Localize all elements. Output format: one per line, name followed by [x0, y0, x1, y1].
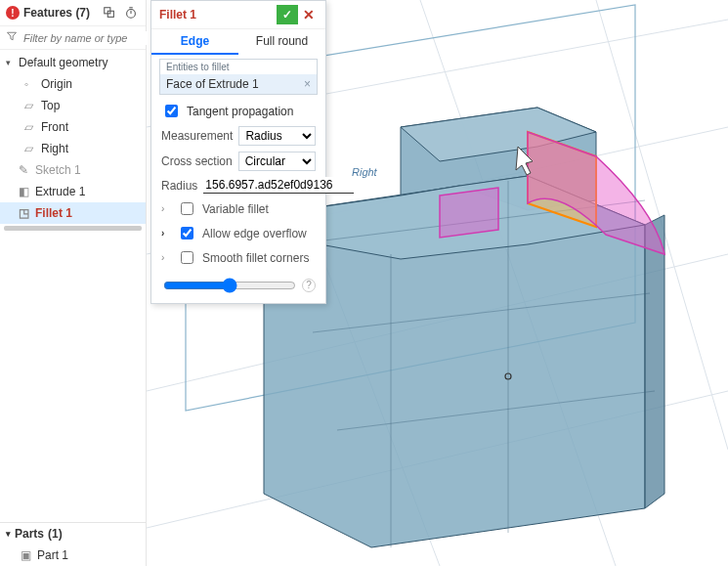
smooth-corners-checkbox[interactable]	[181, 251, 193, 264]
tree-extrude1[interactable]: ◧ Extrude 1	[0, 181, 146, 202]
plane-icon: ▱	[24, 118, 38, 136]
rollback-bar[interactable]	[4, 226, 142, 231]
sketch-icon: ✎	[19, 161, 32, 179]
chevron-right-icon: ›	[161, 252, 171, 263]
cross-section-label: Cross section	[161, 154, 233, 168]
opacity-slider[interactable]	[163, 278, 296, 293]
part-icon: ▣	[21, 546, 34, 564]
stopwatch-icon[interactable]	[122, 4, 140, 22]
entities-selection-box[interactable]: Entities to fillet Face of Extrude 1 ×	[159, 59, 318, 95]
tree-label: Right	[41, 140, 68, 157]
allow-overflow-label: Allow edge overflow	[202, 227, 307, 240]
features-count: (7)	[75, 6, 90, 20]
tree-label: Part 1	[37, 546, 68, 564]
tree-label: Front	[41, 118, 68, 136]
dialog-tabs: Edge Full round	[151, 28, 325, 55]
viewport-label-right: Right	[352, 166, 377, 178]
features-title: Features	[23, 6, 72, 20]
confirm-button[interactable]: ✓	[277, 5, 298, 24]
tree-top[interactable]: ▱ Top	[0, 95, 146, 116]
dialog-header: Fillet 1 ✓ ✕	[151, 1, 325, 28]
plane-icon: ▱	[24, 140, 38, 157]
tree-sketch1[interactable]: ✎ Sketch 1	[0, 159, 146, 181]
slider-row: ?	[151, 270, 325, 303]
tab-edge[interactable]: Edge	[151, 29, 238, 55]
tab-full-round[interactable]: Full round	[238, 29, 325, 55]
radius-input[interactable]	[203, 177, 354, 194]
parts-header[interactable]: ▾ Parts (1)	[0, 523, 146, 544]
dialog-title: Fillet 1	[159, 8, 277, 22]
cross-section-select[interactable]: Circular	[238, 152, 316, 171]
tree-label: Sketch 1	[35, 161, 81, 179]
tree-label: Default geometry	[19, 54, 107, 71]
parts-count: (1)	[48, 527, 63, 541]
radius-row: Radius	[151, 174, 325, 196]
filter-input[interactable]	[21, 31, 161, 45]
selected-entity-row[interactable]: Face of Extrude 1 ×	[160, 74, 317, 94]
smooth-corners-label: Smooth fillet corners	[202, 251, 309, 265]
measurement-select[interactable]: Radius	[238, 126, 316, 146]
parts-section: ▾ Parts (1) ▣ Part 1	[0, 522, 146, 566]
features-header: ! Features (7)	[0, 0, 146, 26]
svg-marker-16	[645, 215, 664, 508]
funnel-icon[interactable]	[6, 30, 18, 45]
plane-icon: ▱	[24, 97, 38, 114]
remove-entity-icon[interactable]: ×	[304, 77, 311, 91]
tree-origin[interactable]: ◦ Origin	[0, 73, 146, 95]
fillet-icon: ◳	[19, 204, 32, 222]
filter-row	[0, 26, 146, 50]
parts-title: Parts	[15, 527, 44, 541]
variable-fillet-checkbox[interactable]	[181, 202, 193, 215]
tree-label: Origin	[41, 75, 72, 93]
radius-label: Radius	[161, 179, 197, 193]
tangent-propagation-label: Tangent propagation	[187, 105, 293, 118]
feature-panel: ! Features (7) ▾ Default geometry ◦	[0, 0, 147, 566]
svg-marker-23	[440, 188, 498, 238]
tree-part1[interactable]: ▣ Part 1	[0, 544, 146, 566]
selected-entity-label: Face of Extrude 1	[166, 77, 259, 91]
extrude-icon: ◧	[19, 183, 32, 200]
tangent-propagation-checkbox[interactable]	[165, 105, 178, 117]
close-button[interactable]: ✕	[300, 5, 318, 24]
measurement-label: Measurement	[161, 129, 233, 143]
configure-icon[interactable]	[101, 4, 118, 22]
tree-label: Fillet 1	[35, 204, 72, 222]
chevron-right-icon: ›	[161, 203, 171, 214]
cross-section-row: Cross section Circular	[151, 149, 325, 174]
tree-fillet1[interactable]: ◳ Fillet 1	[0, 202, 146, 224]
variable-fillet-label: Variable fillet	[202, 202, 269, 216]
fillet-dialog: Fillet 1 ✓ ✕ Edge Full round Entities to…	[150, 0, 326, 304]
tangent-propagation-row[interactable]: Tangent propagation	[151, 99, 325, 123]
help-icon[interactable]: ?	[302, 279, 316, 292]
origin-icon: ◦	[24, 75, 38, 93]
variable-fillet-row[interactable]: › Variable fillet	[151, 196, 325, 221]
tree-label: Extrude 1	[35, 183, 85, 200]
tree-right[interactable]: ▱ Right	[0, 138, 146, 159]
measurement-row: Measurement Radius	[151, 123, 325, 149]
allow-overflow-checkbox[interactable]	[181, 227, 193, 239]
error-icon: !	[6, 6, 20, 20]
tree-label: Top	[41, 97, 60, 114]
chevron-right-icon: ›	[161, 228, 171, 239]
entities-label: Entities to fillet	[160, 60, 317, 74]
feature-tree: ▾ Default geometry ◦ Origin ▱ Top ▱ Fron…	[0, 50, 146, 522]
tree-default-geometry[interactable]: ▾ Default geometry	[0, 52, 146, 73]
tree-front[interactable]: ▱ Front	[0, 116, 146, 138]
allow-overflow-row[interactable]: › Allow edge overflow	[151, 221, 325, 245]
smooth-corners-row[interactable]: › Smooth fillet corners	[151, 245, 325, 270]
